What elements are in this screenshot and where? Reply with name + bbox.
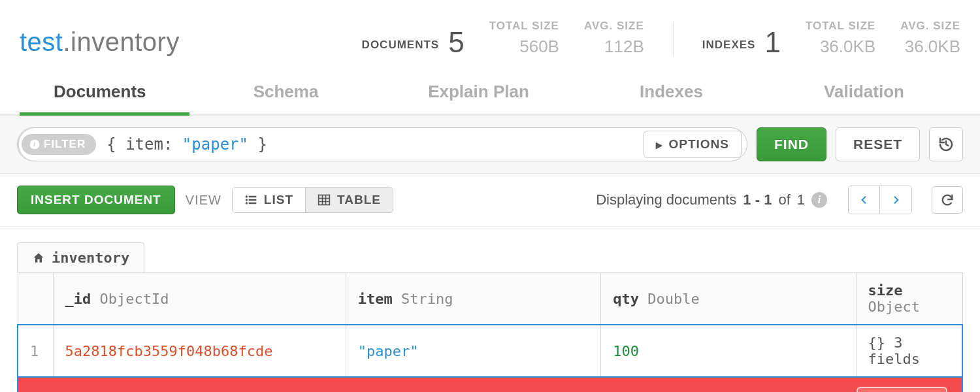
idx-total-size-value: 36.0KB xyxy=(806,37,875,57)
doc-total-size-value: 560B xyxy=(489,37,559,57)
svg-rect-7 xyxy=(249,203,257,204)
history-button[interactable] xyxy=(929,127,963,161)
indexes-value: 1 xyxy=(764,28,780,57)
tab-strip: Documents Schema Explain Plan Indexes Va… xyxy=(0,73,980,116)
documents-table: _id ObjectId item String qty Double size… xyxy=(17,272,963,378)
tab-indexes[interactable]: Indexes xyxy=(575,73,768,114)
view-label: VIEW xyxy=(186,193,221,208)
svg-point-6 xyxy=(246,202,248,204)
table-row[interactable]: 1 5a2818fcb3559f048b68fcde "paper" 100 {… xyxy=(18,325,962,377)
tab-validation[interactable]: Validation xyxy=(768,73,960,114)
svg-point-4 xyxy=(246,199,248,201)
idx-total-size-label: TOTAL SIZE xyxy=(806,20,875,33)
cell-qty: 100 xyxy=(601,325,856,377)
reset-button[interactable]: RESET xyxy=(836,127,920,161)
delete-button[interactable]: DELETE xyxy=(857,387,947,392)
col-id[interactable]: _id ObjectId xyxy=(53,273,346,325)
row-number: 1 xyxy=(18,325,53,377)
paging-text: Displaying documents 1 - 1 of 1 i xyxy=(596,191,827,208)
db-name: test xyxy=(20,27,63,56)
chevron-left-icon xyxy=(859,195,870,205)
filter-input[interactable]: i FILTER { item: "paper" } ▸ OPTIONS xyxy=(17,127,747,161)
history-icon xyxy=(938,137,954,152)
doc-avg-size-value: 112B xyxy=(584,37,644,57)
filter-query[interactable]: { item: "paper" } xyxy=(96,135,267,154)
cell-id: 5a2818fcb3559f048b68fcde xyxy=(53,325,346,377)
documents-label: DOCUMENTS xyxy=(362,39,440,57)
col-size[interactable]: size Object xyxy=(856,273,962,325)
view-toggle: LIST TABLE xyxy=(232,187,393,213)
filter-pill: i FILTER xyxy=(22,134,96,155)
table-header-row: _id ObjectId item String qty Double size… xyxy=(18,273,962,325)
find-button[interactable]: FIND xyxy=(757,127,826,161)
caret-right-icon: ▸ xyxy=(656,137,663,152)
doc-total-size-label: TOTAL SIZE xyxy=(489,20,559,33)
home-icon xyxy=(32,252,45,265)
insert-document-button[interactable]: INSERT DOCUMENT xyxy=(17,186,175,214)
cell-size: {} 3 fields xyxy=(856,325,962,377)
svg-text:i: i xyxy=(33,140,36,148)
tab-documents[interactable]: Documents xyxy=(20,73,189,114)
header-stats: DOCUMENTS 5 TOTAL SIZE 560B AVG. SIZE 11… xyxy=(362,20,960,57)
info-icon[interactable]: i xyxy=(811,192,827,208)
idx-avg-size-value: 36.0KB xyxy=(900,37,960,57)
options-button[interactable]: ▸ OPTIONS xyxy=(644,131,742,158)
next-page-button[interactable] xyxy=(880,186,911,214)
info-icon: i xyxy=(29,139,40,150)
documents-value: 5 xyxy=(448,28,464,57)
col-qty[interactable]: qty Double xyxy=(601,273,856,325)
indexes-label: INDEXES xyxy=(702,39,756,57)
svg-rect-3 xyxy=(249,196,257,198)
cell-item: "paper" xyxy=(346,325,600,377)
svg-rect-5 xyxy=(249,199,257,201)
refresh-button[interactable] xyxy=(932,186,963,214)
delete-confirm-bar: Document Flagged For Deletion. CANCEL DE… xyxy=(17,378,963,392)
prev-page-button[interactable] xyxy=(849,186,880,214)
view-list-button[interactable]: LIST xyxy=(233,188,306,212)
svg-point-2 xyxy=(246,195,248,197)
page-nav xyxy=(848,186,912,214)
tab-explain[interactable]: Explain Plan xyxy=(382,73,575,114)
idx-avg-size-label: AVG. SIZE xyxy=(900,20,960,33)
col-item[interactable]: item String xyxy=(346,273,600,325)
collection-name: inventory xyxy=(71,27,180,56)
chevron-right-icon xyxy=(890,195,901,205)
table-icon xyxy=(318,193,331,206)
refresh-icon xyxy=(940,193,955,207)
namespace-title: test.inventory xyxy=(20,27,180,57)
doc-avg-size-label: AVG. SIZE xyxy=(584,20,644,33)
list-icon xyxy=(244,193,257,206)
svg-rect-8 xyxy=(319,195,330,205)
view-table-button[interactable]: TABLE xyxy=(306,188,393,212)
tab-schema[interactable]: Schema xyxy=(189,73,382,114)
breadcrumb-tab[interactable]: inventory xyxy=(17,242,144,272)
